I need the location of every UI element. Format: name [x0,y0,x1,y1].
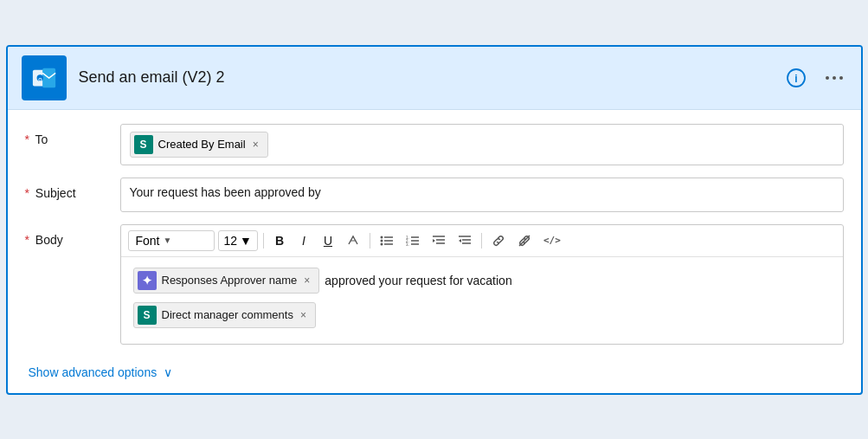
app-icon-box: O [22,55,67,100]
svg-text:O: O [38,76,42,81]
editor-line-2: S Direct manager comments × [133,302,831,328]
editor-line-1: ✦ Responses Approver name × approved you… [133,268,831,294]
size-dropdown-arrow: ▼ [240,234,252,248]
unordered-list-button[interactable] [376,232,398,249]
to-token-avatar: S [134,135,153,154]
show-advanced-label: Show advanced options [29,365,158,379]
card-title: Send an email (V2) 2 [79,68,783,87]
body-token-text-1: Responses Approver name [162,274,298,287]
email-card: O Send an email (V2) 2 i [6,45,863,395]
toolbar-sep-3 [481,233,482,249]
body-token-avatar-2: S [138,306,157,325]
chevron-down-icon: ∨ [164,365,172,379]
font-size-value: 12 [224,234,238,248]
header-actions: i [783,65,847,91]
to-field[interactable]: S Created By Email × [120,124,844,165]
svg-point-7 [833,76,836,80]
to-row: * To S Created By Email × [25,124,844,165]
svg-text:i: i [794,73,797,85]
svg-point-6 [826,76,829,80]
editor-content[interactable]: ✦ Responses Approver name × approved you… [121,257,843,344]
indent-button[interactable] [428,232,450,249]
required-star-subject: * [25,186,29,200]
outlook-icon: O [31,65,57,91]
body-editor: Font ▼ 12 ▼ B I U [120,224,844,345]
info-button[interactable]: i [783,65,809,91]
font-select[interactable]: Font ▼ [128,230,215,251]
to-token-close[interactable]: × [251,139,260,150]
body-label: * Body [25,224,120,247]
card-body: * To S Created By Email × * Subject Your… [8,110,861,393]
code-button[interactable]: </> [539,232,565,249]
subject-field[interactable]: Your request has been approved by [120,178,844,212]
body-token-avatar-1: ✦ [138,271,157,290]
ordered-list-button[interactable]: 1. 2. 3. [402,232,424,249]
show-advanced-button[interactable]: Show advanced options ∨ [25,357,177,383]
body-token-close-2[interactable]: × [299,310,308,320]
body-token-chip-2: S Direct manager comments × [133,302,316,328]
required-star-to: * [25,132,29,146]
svg-point-12 [380,242,383,245]
link-button[interactable] [487,231,510,250]
outdent-button[interactable] [453,232,476,249]
svg-text:3.: 3. [406,242,409,247]
toolbar-sep-1 [263,233,264,249]
body-token-text-2: Direct manager comments [162,308,293,321]
body-row: * Body Font ▼ 12 ▼ B I U [25,224,844,345]
subject-label: * Subject [25,178,120,200]
svg-point-10 [380,236,383,238]
font-label: Font [136,234,160,248]
to-label: * To [25,124,120,146]
toolbar-sep-2 [370,233,370,249]
to-token-chip: S Created By Email × [130,132,268,158]
body-token-close-1[interactable]: × [302,275,312,286]
body-inline-text-1: approved your request for vacation [325,274,511,287]
body-token-chip-1: ✦ Responses Approver name × [133,268,320,294]
svg-point-11 [380,239,383,242]
to-token-text: Created By Email [158,138,246,151]
font-size-select[interactable]: 12 ▼ [218,230,258,251]
editor-toolbar: Font ▼ 12 ▼ B I U [121,225,843,257]
highlight-button[interactable] [342,231,364,250]
unlink-button[interactable] [513,231,536,250]
underline-button[interactable]: U [318,231,338,250]
more-options-button[interactable] [821,71,847,85]
font-dropdown-arrow: ▼ [164,236,172,245]
subject-value: Your request has been approved by [130,185,321,199]
required-star-body: * [25,233,29,247]
subject-row: * Subject Your request has been approved… [25,178,844,212]
bold-button[interactable]: B [269,231,290,250]
card-header: O Send an email (V2) 2 i [8,47,861,110]
italic-button[interactable]: I [293,231,314,250]
svg-point-8 [839,76,843,80]
